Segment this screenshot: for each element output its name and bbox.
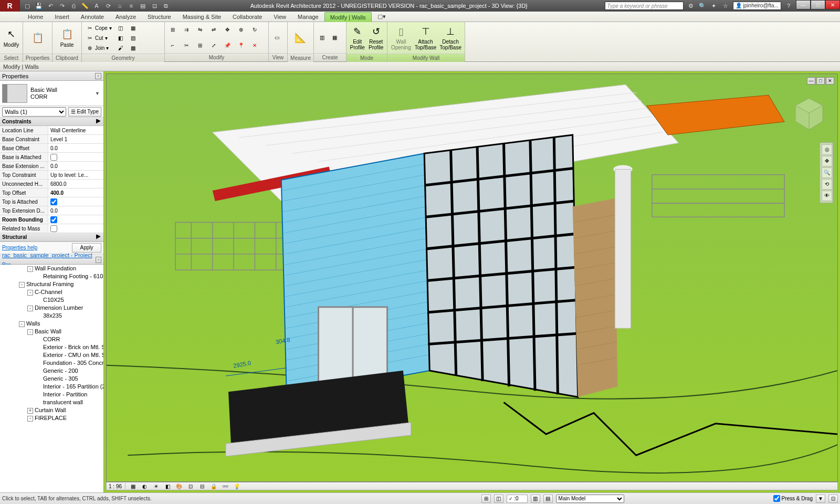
zoom-icon[interactable]: 🔍 bbox=[822, 167, 832, 178]
signed-in-user[interactable]: 👤jpinheiro@fta... bbox=[733, 2, 781, 10]
prop-row[interactable]: Location LineWall Centerline bbox=[0, 126, 103, 135]
measure-icon[interactable]: 📏 bbox=[81, 2, 89, 10]
exclude-options-icon[interactable]: ▤ bbox=[543, 495, 553, 503]
reset-profile-button[interactable]: ↺Reset Profile bbox=[368, 23, 385, 52]
tree-item[interactable]: CORR bbox=[0, 335, 103, 343]
tree-item[interactable]: +Curtain Wall bbox=[0, 406, 103, 414]
tab-massing-site[interactable]: Massing & Site bbox=[177, 12, 227, 22]
text-icon[interactable]: A bbox=[92, 2, 101, 10]
orbit-icon[interactable]: ⟲ bbox=[822, 179, 832, 190]
tab-structure[interactable]: Structure bbox=[142, 12, 177, 22]
move-button[interactable]: ✥ bbox=[222, 25, 233, 35]
geom-btn-5[interactable]: ▨ bbox=[128, 33, 139, 43]
prop-group-constraints[interactable]: Constraints⯈ bbox=[0, 118, 103, 126]
mirror-axis-button[interactable]: ⇋ bbox=[194, 25, 206, 35]
crop-region-icon[interactable]: ⊟ bbox=[198, 482, 206, 490]
geom-btn-6[interactable]: ▩ bbox=[128, 43, 139, 52]
trim-button[interactable]: ⌐ bbox=[167, 40, 178, 50]
pan-icon[interactable]: ✥ bbox=[822, 156, 832, 166]
geom-btn-3[interactable]: 🖌 bbox=[115, 43, 127, 52]
shadows-icon[interactable]: ◧ bbox=[163, 482, 172, 490]
tree-expander-icon[interactable]: + bbox=[27, 408, 33, 414]
create-group-button[interactable]: ▦ bbox=[329, 33, 340, 43]
tab-collaborate[interactable]: Collaborate bbox=[227, 12, 268, 22]
print-icon[interactable]: ⎙ bbox=[69, 2, 78, 10]
view-minimize-button[interactable]: — bbox=[807, 77, 815, 85]
infocenter-search[interactable]: Type a keyword or phrase bbox=[605, 2, 684, 10]
properties-button[interactable]: 📋 bbox=[25, 23, 50, 52]
prop-row[interactable]: Related to Mass bbox=[0, 224, 103, 233]
design-options-icon[interactable]: ◫ bbox=[494, 495, 503, 503]
prop-row[interactable]: Base Extension ...0.0 bbox=[0, 162, 103, 171]
sync-icon[interactable]: ⟳ bbox=[104, 2, 112, 10]
steering-wheel-icon[interactable]: ◎ bbox=[822, 144, 832, 155]
tree-expander-icon[interactable]: - bbox=[19, 282, 25, 288]
tab-expand[interactable]: ▢▾ bbox=[372, 11, 392, 22]
tree-item[interactable]: Foundation - 305 Concr bbox=[0, 359, 103, 367]
tree-item[interactable]: Retaining Footing - 610 bbox=[0, 272, 103, 280]
prop-row[interactable]: Top is Attached bbox=[0, 197, 103, 206]
redo-icon[interactable]: ↷ bbox=[58, 2, 66, 10]
press-drag-toggle[interactable]: Press & Drag bbox=[773, 495, 813, 502]
section-icon[interactable]: ≡ bbox=[127, 2, 135, 10]
minimize-button[interactable]: — bbox=[796, 0, 811, 9]
tree-expander-icon[interactable]: - bbox=[27, 329, 33, 335]
prop-row[interactable]: Base ConstraintLevel 1 bbox=[0, 135, 103, 144]
geom-btn-1[interactable]: ◫ bbox=[115, 23, 127, 33]
tree-expander-icon[interactable]: - bbox=[27, 306, 33, 311]
geom-btn-2[interactable]: ◧ bbox=[115, 33, 127, 43]
open-icon[interactable]: ▢ bbox=[23, 2, 32, 10]
pin-browser-icon[interactable]: ▫ bbox=[96, 257, 101, 263]
help-icon[interactable]: ? bbox=[784, 2, 793, 10]
unpin-button[interactable]: 📍 bbox=[235, 40, 247, 50]
cut-button[interactable]: ✂Cut ▾ bbox=[84, 33, 114, 43]
active-only-field[interactable]: ✓ :0 bbox=[507, 495, 528, 503]
prop-row[interactable]: Top Extension D...0.0 bbox=[0, 206, 103, 215]
prop-row[interactable]: Top Offset400.0 bbox=[0, 188, 103, 197]
cope-button[interactable]: ✂Cope ▾ bbox=[84, 23, 114, 33]
reveal-hidden-icon[interactable]: 💡 bbox=[233, 482, 241, 490]
tree-item[interactable]: C10X25 bbox=[0, 296, 103, 304]
offset-button[interactable]: ⇉ bbox=[181, 25, 192, 35]
lookaround-icon[interactable]: 👁 bbox=[822, 191, 832, 201]
prop-row[interactable]: Base is Attached bbox=[0, 153, 103, 162]
favorite-icon[interactable]: ☆ bbox=[721, 2, 730, 10]
viewcube[interactable] bbox=[790, 95, 828, 133]
tree-item[interactable]: -Structural Framing bbox=[0, 280, 103, 288]
subscription-icon[interactable]: ⚙ bbox=[687, 2, 695, 10]
lock-3d-icon[interactable]: 🔒 bbox=[209, 482, 218, 490]
sheet-icon[interactable]: ▤ bbox=[139, 2, 147, 10]
exchange-icon[interactable]: 🔍 bbox=[698, 2, 707, 10]
detail-level-icon[interactable]: ▦ bbox=[129, 482, 137, 490]
tree-item[interactable]: -Dimension Lumber bbox=[0, 304, 103, 312]
close-button[interactable]: ✕ bbox=[825, 0, 840, 9]
tab-annotate[interactable]: Annotate bbox=[75, 12, 110, 22]
properties-help-link[interactable]: Properties help bbox=[2, 245, 37, 250]
switch-windows-icon[interactable]: ⧉ bbox=[162, 2, 170, 10]
join-button[interactable]: ⊕Join ▾ bbox=[84, 43, 114, 52]
tab-home[interactable]: Home bbox=[22, 12, 49, 22]
tree-item[interactable]: -Walls bbox=[0, 320, 103, 328]
close-hidden-icon[interactable]: ⊡ bbox=[150, 2, 159, 10]
rendering-icon[interactable]: 🎨 bbox=[175, 482, 183, 490]
editable-only-icon[interactable]: ▥ bbox=[531, 495, 540, 503]
chevron-down-icon[interactable]: ▼ bbox=[95, 91, 101, 96]
type-selector[interactable]: Basic Wall CORR ▼ bbox=[0, 81, 103, 106]
instance-filter-select[interactable]: Walls (1) bbox=[2, 107, 66, 117]
tab-modify-walls[interactable]: Modify | Walls bbox=[324, 12, 372, 22]
tree-item[interactable]: 38x235 bbox=[0, 312, 103, 320]
copy-button[interactable]: ⊕ bbox=[235, 25, 247, 35]
undo-icon[interactable]: ↶ bbox=[46, 2, 55, 10]
modify-button[interactable]: ↖ Modify bbox=[2, 23, 20, 52]
measure-button[interactable]: 📐 bbox=[290, 23, 311, 52]
geom-btn-4[interactable]: ▦ bbox=[128, 23, 139, 33]
mirror-pick-button[interactable]: ⇌ bbox=[208, 25, 219, 35]
tree-expander-icon[interactable]: - bbox=[27, 416, 33, 422]
tree-expander-icon[interactable]: - bbox=[19, 321, 25, 327]
prop-row[interactable]: Room Bounding bbox=[0, 215, 103, 224]
maximize-button[interactable]: □ bbox=[811, 0, 825, 9]
workset-icon[interactable]: ⊞ bbox=[481, 495, 491, 503]
visual-style-icon[interactable]: ◐ bbox=[140, 482, 149, 490]
prop-row[interactable]: Base Offset0.0 bbox=[0, 144, 103, 153]
tree-item[interactable]: Generic - 200 bbox=[0, 367, 103, 375]
